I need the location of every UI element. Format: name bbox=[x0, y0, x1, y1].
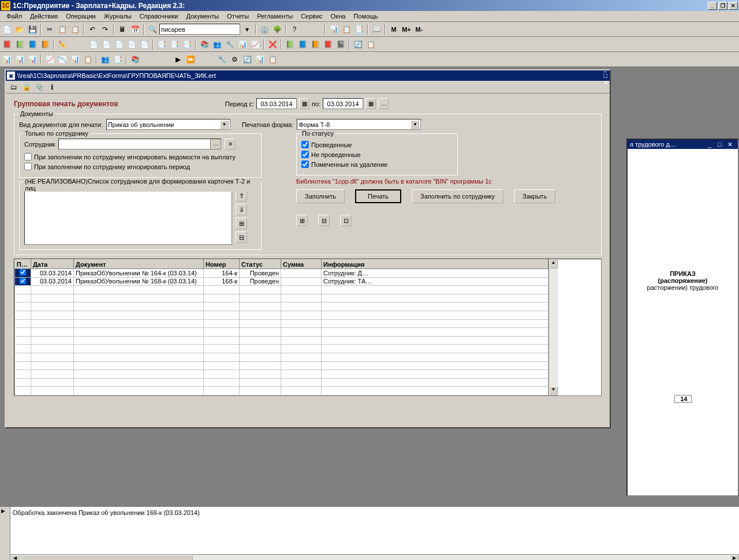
bg-close-button[interactable]: ✕ bbox=[727, 141, 736, 148]
close-button[interactable]: ✕ bbox=[729, 2, 738, 10]
tb3-13-icon[interactable]: 🔄 bbox=[241, 54, 253, 65]
table-row[interactable] bbox=[15, 378, 548, 387]
tb2-17-icon[interactable]: 📊 bbox=[237, 39, 248, 50]
scroll-up-button[interactable]: ▲ bbox=[549, 259, 558, 268]
date-to-picker-button[interactable]: ▦ bbox=[365, 98, 376, 109]
date-from-input[interactable] bbox=[256, 98, 297, 109]
row-sum[interactable] bbox=[281, 277, 322, 286]
form-tb-3-icon[interactable]: 📎 bbox=[33, 81, 45, 93]
tb2-6-icon[interactable]: 📄 bbox=[88, 39, 99, 50]
tb3-2-icon[interactable]: 📊 bbox=[14, 54, 25, 65]
tb3-5-icon[interactable]: 📉 bbox=[57, 54, 68, 65]
close-form-button[interactable]: Закрыть bbox=[514, 189, 555, 203]
tb2-1-icon[interactable]: 📕 bbox=[1, 39, 13, 50]
grid-col-status[interactable]: Статус bbox=[240, 260, 281, 269]
tb2-21-icon[interactable]: 📘 bbox=[297, 39, 308, 50]
hierarchy-icon[interactable]: 🏢 bbox=[259, 24, 270, 35]
scroll-down-button[interactable]: ▼ bbox=[549, 386, 558, 395]
tb3-4-icon[interactable]: 📈 bbox=[44, 54, 55, 65]
fill-by-employee-button[interactable]: Заполнить по сотруднику bbox=[412, 189, 503, 203]
row-date[interactable]: 03.03.2014 bbox=[31, 269, 74, 278]
forward-icon[interactable]: ⏩ bbox=[185, 54, 196, 65]
form-tb-2-icon[interactable]: 🔒 bbox=[21, 81, 32, 93]
print-button[interactable]: Печать bbox=[355, 189, 401, 203]
list-up-button[interactable]: ⇑ bbox=[236, 190, 247, 201]
m-plus-button[interactable]: M+ bbox=[401, 24, 412, 35]
chk-ignore-statements[interactable] bbox=[24, 153, 32, 160]
menu-windows[interactable]: Окна bbox=[327, 12, 350, 21]
tb3-12-icon[interactable]: ⚙ bbox=[229, 54, 240, 65]
grid-col-doc[interactable]: Документ bbox=[74, 260, 204, 269]
row-check[interactable] bbox=[20, 269, 26, 275]
grid-col-sum[interactable]: Сумма bbox=[281, 260, 322, 269]
list-add-button[interactable]: ⊞ bbox=[236, 218, 247, 229]
tb3-11-icon[interactable]: 🔧 bbox=[216, 54, 227, 65]
tb2-25-icon[interactable]: 🔄 bbox=[352, 39, 364, 50]
row-num[interactable]: 164-к bbox=[204, 269, 240, 278]
chk-unposted[interactable] bbox=[301, 151, 309, 158]
table-row[interactable]: 03.03.2014 ПриказОбУвольнении № 168-к (0… bbox=[15, 277, 548, 286]
row-status[interactable]: Проведен bbox=[240, 277, 281, 286]
tb2-10-icon[interactable]: 📄 bbox=[139, 39, 150, 50]
tb3-6-icon[interactable]: 📊 bbox=[69, 54, 81, 65]
tb3-8-icon[interactable]: 👥 bbox=[99, 54, 111, 65]
chk-ignore-period[interactable] bbox=[24, 163, 32, 170]
menu-references[interactable]: Справочники bbox=[136, 12, 182, 21]
list-del-button[interactable]: ⊟ bbox=[236, 232, 247, 243]
tb3-9-icon[interactable]: 📑 bbox=[112, 54, 124, 65]
dropdown-icon[interactable]: ▾ bbox=[241, 24, 253, 35]
tb3-1-icon[interactable]: 📊 bbox=[1, 54, 13, 65]
employee-input[interactable]: … bbox=[58, 139, 221, 150]
tb2-7-icon[interactable]: 📄 bbox=[100, 39, 112, 50]
print-form-combo[interactable]: Форма Т-8▼ bbox=[297, 119, 421, 130]
form-minimize-button[interactable]: _ bbox=[603, 65, 609, 72]
table-row[interactable] bbox=[15, 311, 548, 319]
table-row[interactable] bbox=[15, 286, 548, 294]
menu-actions[interactable]: Действия bbox=[26, 12, 62, 21]
list-down-button[interactable]: ⇓ bbox=[236, 204, 247, 215]
documents-grid[interactable]: П… Дата Документ Номер Статус Сумма Инфо… bbox=[14, 259, 548, 395]
m-button[interactable]: M bbox=[388, 24, 400, 35]
tb2-16-icon[interactable]: 🔧 bbox=[224, 39, 236, 50]
table-row[interactable] bbox=[15, 328, 548, 337]
tb3-15-icon[interactable]: 📋 bbox=[267, 54, 278, 65]
date-to-input[interactable] bbox=[323, 98, 363, 109]
open-icon[interactable]: 📂 bbox=[14, 24, 25, 35]
doc-type-combo[interactable]: Приказ об увольнении▼ bbox=[106, 119, 230, 130]
tb-icon-a[interactable]: 📊 bbox=[328, 24, 339, 35]
calendar-icon[interactable]: 📅 bbox=[129, 24, 141, 35]
tb2-26-icon[interactable]: 📋 bbox=[365, 39, 376, 50]
tb2-23-icon[interactable]: 📕 bbox=[322, 39, 334, 50]
tb3-14-icon[interactable]: 📊 bbox=[254, 54, 266, 65]
tb2-11-icon[interactable]: 📑 bbox=[156, 39, 167, 50]
menu-service[interactable]: Сервис bbox=[297, 12, 327, 21]
tb2-8-icon[interactable]: 📄 bbox=[113, 39, 125, 50]
fill-button[interactable]: Заполнить bbox=[296, 189, 345, 203]
table-row[interactable] bbox=[15, 336, 548, 345]
grid-vscrollbar[interactable]: ▲ ▼ bbox=[548, 259, 558, 395]
table-row[interactable] bbox=[15, 353, 548, 361]
hscroll-left-button[interactable]: ◀ bbox=[10, 555, 20, 560]
tb2-9-icon[interactable]: 📄 bbox=[126, 39, 137, 50]
undo-icon[interactable]: ↶ bbox=[87, 24, 98, 35]
tb2-13-icon[interactable]: 📑 bbox=[181, 39, 193, 50]
log-hscrollbar[interactable]: ◀ ▶ bbox=[10, 554, 739, 560]
grid-btn-1[interactable]: ⊞ bbox=[296, 215, 308, 226]
grid-col-check[interactable]: П… bbox=[15, 260, 31, 269]
tb-icon-c[interactable]: 📑 bbox=[353, 24, 365, 35]
tb2-3-icon[interactable]: 📘 bbox=[27, 39, 38, 50]
copy-icon[interactable]: 📋 bbox=[57, 24, 68, 35]
table-row[interactable] bbox=[15, 294, 548, 303]
menu-help[interactable]: Помощь bbox=[349, 12, 382, 21]
grid-col-num[interactable]: Номер bbox=[204, 260, 240, 269]
employee-clear-button[interactable]: ✕ bbox=[225, 139, 236, 150]
table-row[interactable] bbox=[15, 370, 548, 379]
employee-list[interactable] bbox=[24, 190, 232, 245]
grid-col-info[interactable]: Информация bbox=[322, 260, 548, 269]
tb2-19-icon[interactable]: ❌ bbox=[267, 39, 278, 50]
table-row[interactable] bbox=[15, 303, 548, 311]
menu-reports[interactable]: Отчеты bbox=[223, 12, 253, 21]
table-row[interactable] bbox=[15, 361, 548, 370]
table-row[interactable]: 03.03.2014 ПриказОбУвольнении № 164-к (0… bbox=[15, 269, 548, 278]
tb2-5-icon[interactable]: ✏️ bbox=[57, 39, 68, 50]
